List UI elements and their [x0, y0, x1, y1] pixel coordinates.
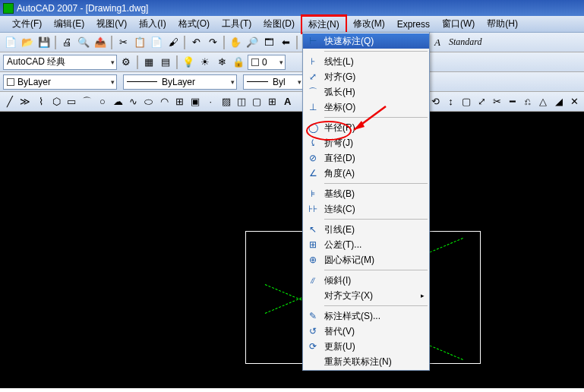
menu-item-continue[interactable]: ⊦⊦ 连续(C) [303, 201, 429, 217]
mtext-icon[interactable]: A [281, 94, 295, 109]
print-icon[interactable]: 🖨 [59, 35, 74, 50]
menu-item-leader[interactable]: ↖ 引线(E) [303, 222, 429, 237]
menu-item-oblique[interactable]: ⫽ 倾斜(I) [303, 273, 429, 288]
modify10-icon[interactable]: ✕ [567, 94, 581, 109]
menu-item-linear[interactable]: ⊦ 线性(L) [303, 54, 429, 69]
menu-edit[interactable]: 编辑(E) [48, 16, 90, 32]
revcloud-icon[interactable]: ☁ [111, 94, 125, 109]
center-label: 圆心标记(M) [324, 254, 374, 267]
arc-icon[interactable]: ⌒ [80, 94, 94, 109]
polyline-icon[interactable]: ⌇ [34, 94, 48, 109]
table-icon[interactable]: ⊞ [265, 94, 279, 109]
ordinate-icon: ⊥ [306, 101, 320, 113]
menu-dimension[interactable]: 标注(N) [301, 14, 347, 34]
menu-format[interactable]: 格式(O) [172, 16, 216, 32]
zoom-window-icon[interactable]: 🗔 [261, 35, 276, 50]
jogged-icon: ⤹ [306, 137, 320, 149]
properties-toolbar: ByLayer ByLayer Byl [0, 72, 584, 92]
lineweight-dropdown[interactable]: Byl [243, 74, 304, 90]
ellipse-arc-icon[interactable]: ◠ [157, 94, 171, 109]
menu-item-update[interactable]: ⟳ 更新(U) [303, 339, 429, 354]
menu-item-override[interactable]: ↺ 替代(V) [303, 324, 429, 339]
text-style-icon[interactable]: A [430, 35, 445, 50]
spline-icon[interactable]: ∿ [127, 94, 140, 109]
update-icon: ⟳ [306, 340, 320, 352]
menu-item-arc[interactable]: ⌒ 弧长(H) [303, 84, 429, 100]
gradient-icon[interactable]: ◫ [235, 94, 248, 109]
menu-item-tolerance[interactable]: ⊞ 公差(T)... [303, 237, 429, 252]
open-icon[interactable]: 📂 [20, 35, 35, 50]
gear-icon[interactable]: ⚙ [118, 55, 134, 70]
light-icon[interactable]: 💡 [181, 55, 196, 70]
cut-icon[interactable]: ✂ [115, 35, 131, 50]
menu-tools[interactable]: 工具(T) [216, 16, 257, 32]
region-icon[interactable]: ▢ [250, 94, 264, 109]
save-icon[interactable]: 💾 [36, 35, 52, 50]
menu-item-radius[interactable]: ◯ 半径(R) [303, 120, 429, 135]
insert-icon[interactable]: ⊞ [172, 94, 186, 109]
modify4-icon[interactable]: ⤢ [475, 94, 488, 109]
polygon-icon[interactable]: ⬡ [49, 94, 63, 109]
menu-draw[interactable]: 绘图(D) [257, 16, 301, 32]
layer-manager-icon[interactable]: ▦ [141, 55, 156, 70]
pan-icon[interactable]: ✋ [228, 35, 243, 50]
menu-item-quick-dim[interactable]: ⊢ 快速标注(Q) [303, 33, 429, 49]
menu-file[interactable]: 文件(F) [6, 16, 48, 32]
publish-icon[interactable]: 📤 [93, 35, 108, 50]
workspace-dropdown[interactable]: AutoCAD 经典 [3, 55, 117, 70]
copy-icon[interactable]: 📋 [132, 35, 147, 50]
menu-insert[interactable]: 插入(I) [133, 16, 172, 32]
workspace-toolbar: AutoCAD 经典 ⚙ ▦ ▤ 💡 ☀ ❄ 🔒 0 [0, 52, 584, 72]
rectangle-icon[interactable]: ▭ [65, 94, 78, 109]
lock-icon[interactable]: 🔒 [231, 55, 246, 70]
xline-icon[interactable]: ≫ [18, 94, 32, 109]
preview-icon[interactable]: 🔍 [76, 35, 91, 50]
menu-help[interactable]: 帮助(H) [481, 16, 524, 32]
modify9-icon[interactable]: ◢ [552, 94, 566, 109]
circle-icon[interactable]: ○ [96, 94, 109, 109]
ellipse-icon[interactable]: ⬭ [142, 94, 156, 109]
menu-item-aligned[interactable]: ⤢ 对齐(G) [303, 69, 429, 84]
modify3-icon[interactable]: ▢ [459, 94, 473, 109]
color-dropdown[interactable]: ByLayer [3, 74, 117, 90]
redo-icon[interactable]: ↷ [205, 35, 220, 50]
match-icon[interactable]: 🖌 [166, 35, 181, 50]
ordinate-label: 坐标(O) [324, 101, 355, 114]
menu-item-align-text[interactable]: 对齐文字(X) [303, 288, 429, 303]
point-icon[interactable]: · [204, 94, 217, 109]
menu-modify[interactable]: 修改(M) [347, 16, 391, 32]
undo-icon[interactable]: ↶ [188, 35, 204, 50]
modify7-icon[interactable]: ⎌ [521, 94, 535, 109]
standard-label: Standard [449, 36, 482, 48]
menu-item-jogged[interactable]: ⤹ 折弯(J) [303, 135, 429, 150]
menu-item-ordinate[interactable]: ⊥ 坐标(O) [303, 100, 429, 115]
layer-zero-dropdown[interactable]: 0 [248, 55, 286, 70]
block-icon[interactable]: ▣ [188, 94, 202, 109]
oblique-label: 倾斜(I) [324, 274, 351, 287]
freeze-icon[interactable]: ❄ [214, 55, 229, 70]
menu-view[interactable]: 视图(V) [90, 16, 133, 32]
menu-window[interactable]: 窗口(W) [436, 16, 481, 32]
new-icon[interactable]: 📄 [3, 35, 18, 50]
paste-icon[interactable]: 📄 [149, 35, 164, 50]
menu-item-center[interactable]: ⊕ 圆心标记(M) [303, 252, 429, 267]
hatch-icon[interactable]: ▨ [219, 94, 232, 109]
modify1-icon[interactable]: ⟲ [428, 94, 442, 109]
menu-item-reassoc[interactable]: 重新关联标注(N) [303, 354, 429, 369]
zoom-prev-icon[interactable]: ⬅ [278, 35, 293, 50]
line-icon[interactable]: ╱ [3, 94, 17, 109]
drawing-canvas[interactable] [0, 112, 584, 388]
sun-icon[interactable]: ☀ [197, 55, 213, 70]
menu-item-style[interactable]: ✎ 标注样式(S)... [303, 308, 429, 324]
layer-state-icon[interactable]: ▤ [158, 55, 173, 70]
menu-express[interactable]: Express [391, 17, 436, 31]
modify5-icon[interactable]: ✂ [490, 94, 504, 109]
modify6-icon[interactable]: ━ [506, 94, 519, 109]
modify2-icon[interactable]: ↕ [444, 94, 457, 109]
zoom-icon[interactable]: 🔎 [245, 35, 260, 50]
linetype-dropdown[interactable]: ByLayer [123, 74, 237, 90]
menu-item-baseline[interactable]: ⊧ 基线(B) [303, 186, 429, 201]
menu-item-angular[interactable]: ∠ 角度(A) [303, 166, 429, 181]
menu-item-diameter[interactable]: ⊘ 直径(D) [303, 150, 429, 166]
modify8-icon[interactable]: △ [536, 94, 550, 109]
